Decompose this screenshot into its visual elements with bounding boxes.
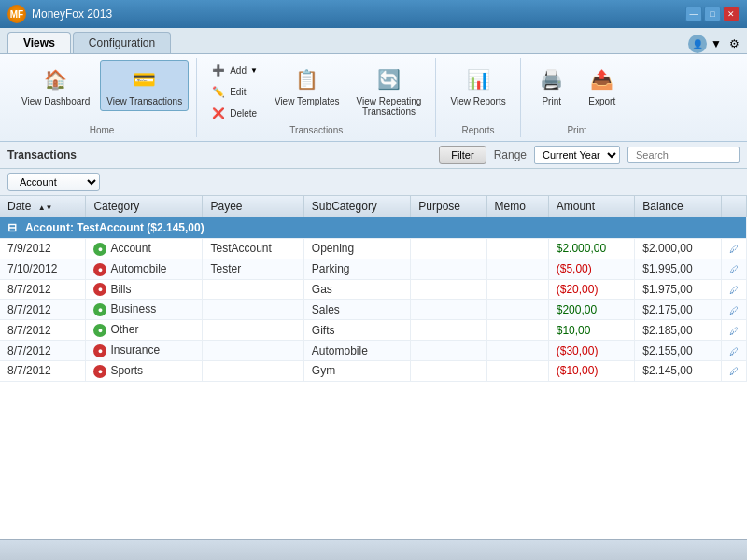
view-templates-button[interactable]: 📋 View Templates — [268, 60, 346, 111]
templates-icon: 📋 — [292, 64, 322, 94]
category-icon: ● — [93, 344, 106, 357]
cell-category: ●Insurance — [86, 341, 203, 361]
account-bar: Account All Accounts — [0, 169, 747, 196]
table-body: ⊟ Account: TestAccount ($2.145,00) 7/9/2… — [0, 217, 747, 382]
cell-action[interactable]: 🖊 — [722, 341, 747, 361]
table-row[interactable]: 7/9/2012 ●Account TestAccount Opening $2… — [0, 239, 747, 259]
cell-memo — [486, 320, 548, 341]
col-category[interactable]: Category — [86, 196, 203, 217]
col-date[interactable]: Date ▲▼ — [0, 196, 86, 217]
settings-icon[interactable]: ⚙ — [729, 37, 740, 50]
col-payee[interactable]: Payee — [203, 196, 303, 217]
edit-button[interactable]: ✏️ Edit — [204, 81, 264, 102]
cell-action[interactable]: 🖊 — [722, 279, 747, 300]
row-action-icon[interactable]: 🖊 — [729, 366, 739, 376]
repeating-label: View Repeating Transactions — [357, 96, 422, 117]
col-amount[interactable]: Amount — [548, 196, 635, 217]
col-actions — [722, 196, 747, 217]
cell-category: ●Automobile — [86, 259, 203, 279]
toolbar: Transactions Filter Range Current Year L… — [0, 142, 747, 169]
col-balance[interactable]: Balance — [635, 196, 722, 217]
table-row[interactable]: 8/7/2012 ●Business Sales $200,00 $2.175,… — [0, 300, 747, 320]
cell-payee: Tester — [203, 259, 303, 279]
cell-category: ●Bills — [86, 279, 203, 300]
cell-purpose — [411, 239, 486, 259]
row-action-icon[interactable]: 🖊 — [729, 305, 739, 315]
add-label: Add — [230, 65, 247, 76]
table-row[interactable]: 8/7/2012 ●Other Gifts $10,00 $2.185,00 🖊 — [0, 320, 747, 341]
cell-action[interactable]: 🖊 — [722, 300, 747, 320]
delete-button[interactable]: ❌ Delete — [204, 103, 264, 123]
delete-icon: ❌ — [211, 105, 226, 120]
print-group-label: Print — [567, 125, 586, 135]
table-row[interactable]: 7/10/2012 ●Automobile Tester Parking ($5… — [0, 259, 747, 279]
row-action-icon[interactable]: 🖊 — [729, 264, 739, 274]
cell-memo — [486, 360, 548, 381]
ribbon: 🏠 View Dashboard 💳 View Transactions Hom… — [0, 54, 747, 142]
close-button[interactable]: ✕ — [723, 7, 740, 21]
tab-views[interactable]: Views — [7, 32, 71, 53]
table-row[interactable]: 8/7/2012 ●Insurance Automobile ($30,00) … — [0, 341, 747, 361]
table-row[interactable]: 8/7/2012 ●Sports Gym ($10,00) $2.145,00 … — [0, 360, 747, 381]
edit-icon: ✏️ — [211, 84, 226, 99]
row-action-icon[interactable]: 🖊 — [729, 285, 739, 295]
print-button[interactable]: 🖨️ Print — [529, 60, 575, 111]
tab-configuration[interactable]: Configuration — [73, 32, 171, 53]
col-memo[interactable]: Memo — [486, 196, 548, 217]
reports-group-label: Reports — [462, 125, 495, 135]
tab-bar: Views Configuration 👤 ▼ ⚙ — [0, 28, 747, 54]
export-button[interactable]: 📤 Export — [579, 60, 626, 111]
row-action-icon[interactable]: 🖊 — [729, 244, 739, 254]
table-row[interactable]: 8/7/2012 ●Bills Gas ($20,00) $1.975,00 🖊 — [0, 279, 747, 300]
title-bar: MF MoneyFox 2013 — □ ✕ — [0, 0, 747, 28]
cell-date: 8/7/2012 — [0, 341, 86, 361]
cell-amount: $2.000,00 — [548, 239, 635, 259]
maximize-button[interactable]: □ — [704, 7, 721, 21]
window-title: MoneyFox 2013 — [32, 7, 112, 21]
cell-action[interactable]: 🖊 — [722, 320, 747, 341]
cell-purpose — [411, 360, 486, 381]
cell-purpose — [411, 259, 486, 279]
filter-button[interactable]: Filter — [439, 146, 486, 164]
account-select[interactable]: Account All Accounts — [7, 173, 100, 191]
view-repeating-button[interactable]: 🔄 View Repeating Transactions — [350, 60, 429, 121]
range-select[interactable]: Current Year Last Year All Time Custom — [534, 146, 620, 164]
view-reports-button[interactable]: 📊 View Reports — [444, 60, 512, 111]
minimize-button[interactable]: — — [685, 7, 702, 21]
category-icon: ● — [93, 365, 106, 378]
title-controls[interactable]: — □ ✕ — [685, 7, 740, 21]
print-icon: 🖨️ — [537, 64, 567, 94]
add-dropdown-icon: ▼ — [250, 66, 258, 75]
cell-date: 8/7/2012 — [0, 300, 86, 320]
add-button[interactable]: ➕ Add ▼ — [204, 60, 264, 80]
col-subcategory[interactable]: SubCategory — [303, 196, 411, 217]
row-action-icon[interactable]: 🖊 — [729, 326, 739, 336]
cell-balance: $2.145,00 — [635, 360, 722, 381]
search-input[interactable] — [627, 147, 740, 163]
status-bar — [0, 539, 747, 560]
dashboard-icon: 🏠 — [41, 64, 71, 94]
app-icon: MF — [7, 5, 26, 23]
view-transactions-button[interactable]: 💳 View Transactions — [100, 60, 189, 111]
user-dropdown-icon[interactable]: ▼ — [711, 37, 722, 50]
cell-action[interactable]: 🖊 — [722, 360, 747, 381]
cell-purpose — [411, 341, 486, 361]
expand-icon[interactable]: ⊟ — [7, 221, 17, 234]
cell-action[interactable]: 🖊 — [722, 239, 747, 259]
cell-category: ●Other — [86, 320, 203, 341]
row-action-icon[interactable]: 🖊 — [729, 346, 739, 357]
export-icon: 📤 — [587, 64, 617, 94]
cell-subcategory: Sales — [303, 300, 411, 320]
col-purpose[interactable]: Purpose — [411, 196, 486, 217]
dashboard-button[interactable]: 🏠 View Dashboard — [15, 60, 96, 111]
cell-payee: TestAccount — [203, 239, 303, 259]
cell-payee — [203, 360, 303, 381]
cell-date: 8/7/2012 — [0, 320, 86, 341]
print-label: Print — [542, 96, 561, 106]
cell-category: ●Account — [86, 239, 203, 259]
user-icon[interactable]: 👤 — [688, 35, 707, 53]
cell-category: ●Business — [86, 300, 203, 320]
cell-purpose — [411, 300, 486, 320]
cell-date: 7/9/2012 — [0, 239, 86, 259]
cell-action[interactable]: 🖊 — [722, 259, 747, 279]
